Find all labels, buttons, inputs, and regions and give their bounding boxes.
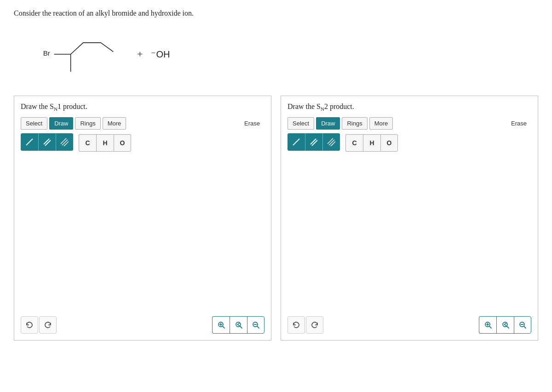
panel2-undo-redo xyxy=(288,316,323,334)
panel2-single-bond-button[interactable] xyxy=(288,133,305,151)
svg-line-26 xyxy=(330,141,335,146)
svg-line-10 xyxy=(62,140,68,145)
svg-line-2 xyxy=(71,43,83,54)
panel1-carbon-button[interactable]: C xyxy=(79,134,96,152)
panel2-bottom-controls xyxy=(288,316,531,334)
panel-sn1: Draw the SN1 product. Select Draw Rings … xyxy=(14,96,271,341)
svg-line-9 xyxy=(61,138,66,144)
svg-line-20 xyxy=(257,326,259,328)
panel1-select-button[interactable]: Select xyxy=(21,117,47,130)
panel2-zoom-reset-button[interactable] xyxy=(496,316,514,334)
svg-line-17 xyxy=(240,326,242,328)
panel2-zoom-out-button[interactable] xyxy=(514,316,531,334)
panel1-toolbar: Select Draw Rings More Erase xyxy=(21,117,264,130)
svg-line-6 xyxy=(26,139,33,145)
svg-line-30 xyxy=(489,326,491,328)
svg-line-8 xyxy=(45,140,51,146)
panel1-redo-button[interactable] xyxy=(39,316,57,334)
panel1-more-button[interactable]: More xyxy=(103,117,126,130)
molecule-svg: Br xyxy=(28,27,129,82)
panels-container: Draw the SN1 product. Select Draw Rings … xyxy=(14,96,538,341)
svg-line-32 xyxy=(507,326,509,328)
panel1-zoom-controls xyxy=(212,316,264,334)
panel2-draw-button[interactable]: Draw xyxy=(316,117,340,130)
panel2-triple-bond-button[interactable] xyxy=(322,133,340,151)
panel2-zoom-controls xyxy=(479,316,531,334)
panel1-draw-area[interactable] xyxy=(21,155,264,312)
panel1-bond-tools xyxy=(21,133,73,151)
panel2-double-bond-button[interactable] xyxy=(305,133,322,151)
panel2-atom-tools: C H O xyxy=(345,134,398,152)
panel2-hydrogen-button[interactable]: H xyxy=(363,134,380,152)
panel1-title: Draw the SN1 product. xyxy=(21,102,264,112)
panel1-draw-button[interactable]: Draw xyxy=(49,117,73,130)
panel1-single-bond-button[interactable] xyxy=(21,133,38,151)
panel2-draw-area[interactable] xyxy=(288,155,531,312)
panel1-erase-button[interactable]: Erase xyxy=(240,118,264,129)
panel1-zoom-in-button[interactable] xyxy=(212,316,230,334)
svg-line-35 xyxy=(524,326,526,328)
panel1-double-bond-button[interactable] xyxy=(38,133,56,151)
plus-sign: + xyxy=(137,48,143,60)
panel1-bottom-controls xyxy=(21,316,264,334)
panel1-oxygen-button[interactable]: O xyxy=(114,134,131,152)
panel2-select-button[interactable]: Select xyxy=(288,117,314,130)
panel2-zoom-in-button[interactable] xyxy=(479,316,496,334)
svg-line-7 xyxy=(44,139,49,144)
svg-line-23 xyxy=(312,140,317,146)
panel2-title: Draw the SN2 product. xyxy=(288,102,531,112)
svg-line-5 xyxy=(101,43,113,52)
svg-text:Br: Br xyxy=(43,49,50,57)
panel2-carbon-button[interactable]: C xyxy=(345,134,363,152)
panel2-bond-tools xyxy=(288,133,340,151)
panel1-zoom-out-button[interactable] xyxy=(247,316,264,334)
svg-line-15 xyxy=(223,326,224,328)
panel1-atom-tools: C H O xyxy=(79,134,131,152)
panel1-undo-button[interactable] xyxy=(21,316,38,334)
panel2-more-button[interactable]: More xyxy=(369,117,393,130)
panel2-oxygen-button[interactable]: O xyxy=(380,134,398,152)
panel1-rings-button[interactable]: Rings xyxy=(75,117,100,130)
panel1-triple-bond-button[interactable] xyxy=(56,133,73,151)
panel1-undo-redo xyxy=(21,316,57,334)
svg-line-24 xyxy=(328,138,333,144)
panel2-undo-button[interactable] xyxy=(288,316,305,334)
panel1-hydrogen-button[interactable]: H xyxy=(96,134,114,152)
panel2-redo-button[interactable] xyxy=(306,316,323,334)
panel2-erase-button[interactable]: Erase xyxy=(506,118,531,129)
hydroxide-formula: ⁻OH xyxy=(151,49,170,60)
panel-sn2: Draw the SN2 product. Select Draw Rings … xyxy=(281,96,538,341)
panel1-zoom-reset-button[interactable] xyxy=(230,316,247,334)
question-text: Consider the reaction of an alkyl bromid… xyxy=(14,9,538,17)
panel2-rings-button[interactable]: Rings xyxy=(342,117,367,130)
svg-line-21 xyxy=(293,139,299,145)
svg-line-22 xyxy=(310,139,316,144)
molecule-area: Br + ⁻OH xyxy=(28,27,538,82)
panel2-toolbar: Select Draw Rings More Erase xyxy=(288,117,531,130)
svg-line-11 xyxy=(63,141,69,146)
svg-line-25 xyxy=(329,140,334,145)
